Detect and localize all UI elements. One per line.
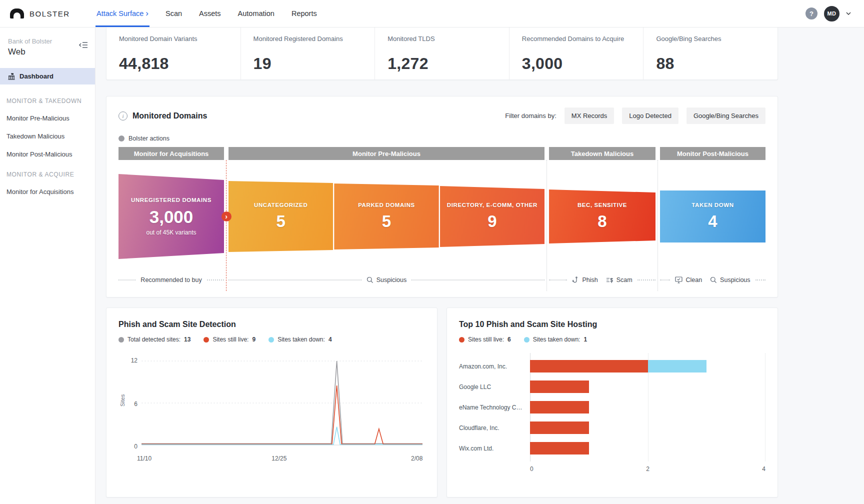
filter-logo-detected-button[interactable]: Logo Detected: [622, 108, 678, 124]
funnel-footnote-pre-malicious: Suspicious: [228, 269, 544, 291]
bar-row-ename: eName Technology Co....: [459, 397, 766, 418]
nav-reports[interactable]: Reports: [292, 0, 317, 27]
legend-dot: [204, 337, 209, 342]
legend-dot: [459, 337, 464, 342]
bar-chart: Amazon.com, Inc. Google LLC eName Techno…: [459, 356, 766, 474]
funnel-segment-unregistered-domains[interactable]: UNREGISTERED DOMAINS 3,000 out of 45K va…: [118, 169, 224, 269]
info-icon[interactable]: i: [118, 112, 128, 120]
bar-row-google: Google LLC: [459, 376, 766, 397]
funnel-footnote-post-malicious: Clean Suspicious: [660, 269, 766, 291]
stage-header-takedown-malicious: Takedown Malicious: [549, 147, 656, 160]
filter-label: Filter domains by:: [505, 112, 556, 120]
stats-panel: Monitored Domain Variants 44,818 Monitor…: [106, 28, 778, 80]
brand: BOLSTER: [0, 0, 96, 27]
org-name: Bank of Bolster: [8, 38, 52, 45]
line-chart-legend: Total detected sites: 13 Sites still liv…: [118, 336, 425, 343]
legend-total-detected: Total detected sites: 13: [118, 336, 190, 343]
funnel-flow-arrow-button[interactable]: ›: [222, 212, 232, 222]
bar-sites-taken-down[interactable]: [648, 360, 707, 372]
bar-sites-still-live[interactable]: [530, 360, 648, 372]
sidebar-item-dashboard[interactable]: Dashboard: [0, 68, 95, 84]
top-hosting-card: Top 10 Phish and Scam Site Hosting Sites…: [446, 308, 778, 498]
funnel-divider: [544, 160, 549, 291]
workspace-switcher: Bank of Bolster Web: [0, 38, 95, 57]
nav-attack-surface[interactable]: Attack Surface ›: [96, 0, 148, 27]
sidebar: Bank of Bolster Web Dashboard MONITOR & …: [0, 28, 96, 504]
bar-row-amazon: Amazon.com, Inc.: [459, 356, 766, 376]
nav-right: ? MD: [806, 0, 864, 27]
sidebar-section-monitor-takedown: MONITOR & TAKEDOWN: [0, 98, 95, 104]
sidebar-item-monitor-pre-malicious[interactable]: Monitor Pre-Malicious: [0, 114, 95, 122]
user-avatar[interactable]: MD: [824, 6, 840, 22]
x-axis: 11/10 12/25 2/08: [142, 453, 422, 464]
stage-header-monitor-post-malicious: Monitor Post-Malicious: [660, 147, 766, 160]
magnifier-icon: [366, 276, 374, 284]
main-nav: Attack Surface › Scan Assets Automation …: [96, 0, 317, 27]
monitored-domains-panel: i Monitored Domains Filter domains by: M…: [106, 96, 778, 298]
panel-title: Monitored Domains: [132, 112, 207, 120]
chevron-down-icon[interactable]: [846, 11, 851, 16]
monitor-check-icon: [675, 276, 682, 284]
filter-google-bing-button[interactable]: Google/Bing Searches: [686, 108, 766, 124]
stat-google-bing-searches: Google/Bing Searches 88: [643, 28, 778, 80]
x-axis: 0 2 4: [530, 464, 766, 474]
magnifier-icon: [710, 276, 717, 284]
bar-chart-legend: Sites still live: 6 Sites taken down: 1: [459, 336, 766, 343]
brand-name: BOLSTER: [30, 10, 70, 18]
funnel-divider-red: ›: [224, 160, 228, 291]
sidebar-item-monitor-for-acquisitions[interactable]: Monitor for Acquisitions: [0, 188, 95, 196]
stat-monitored-tlds: Monitored TLDS 1,272: [374, 28, 509, 80]
chart-title: Top 10 Phish and Scam Site Hosting: [459, 320, 766, 329]
legend-dot: [268, 337, 274, 342]
bar-sites-still-live[interactable]: [530, 380, 589, 393]
workspace-name[interactable]: Web: [8, 47, 52, 57]
sidebar-section-monitor-acquire: MONITOR & ACQUIRE: [0, 171, 95, 178]
stat-monitored-domain-variants: Monitored Domain Variants 44,818: [106, 28, 240, 80]
y-axis-title: Sites: [120, 394, 126, 406]
phish-scam-detection-card: Phish and Scam Site Detection Total dete…: [106, 308, 438, 498]
bar-sites-still-live[interactable]: [530, 401, 589, 414]
sidebar-item-label: Dashboard: [20, 72, 54, 80]
bar-sites-still-live[interactable]: [530, 442, 589, 454]
legend-sites-still-live: Sites still live: 6: [459, 336, 511, 343]
nav-attack-surface-label: Attack Surface: [96, 10, 144, 18]
funnel-segment-directory-ecomm-other[interactable]: DIRECTORY, E-COMM, OTHER 9: [440, 169, 544, 269]
sidebar-collapse-icon[interactable]: [79, 42, 88, 48]
funnel-segment-parked-domains[interactable]: PARKED DOMAINS 5: [334, 169, 438, 269]
nav-scan[interactable]: Scan: [166, 0, 182, 27]
funnel-segment-taken-down[interactable]: TAKEN DOWN 4: [660, 190, 766, 242]
line-chart-plot: [142, 358, 422, 449]
bar-row-cloudflare: Cloudflare, Inc.: [459, 418, 766, 438]
sidebar-item-takedown-malicious[interactable]: Takedown Malicious: [0, 132, 95, 140]
bolster-logo: [10, 8, 24, 18]
bar-sites-still-live[interactable]: [530, 422, 589, 434]
legend-dot: [118, 136, 124, 142]
sidebar-item-monitor-post-malicious[interactable]: Monitor Post-Malicious: [0, 150, 95, 158]
chevron-right-icon: ›: [146, 9, 148, 18]
stat-monitored-registered-domains: Monitored Registered Domains 19: [240, 28, 375, 80]
bolster-actions-legend: Bolster actions: [118, 135, 766, 142]
phish-hook-icon: [572, 276, 579, 284]
funnel-segment-uncategorized[interactable]: UNCATEGORIZED 5: [228, 169, 333, 269]
scam-icon: [606, 276, 614, 284]
bar-row-wix: Wix.com Ltd.: [459, 438, 766, 458]
stage-header-monitor-pre-malicious: Monitor Pre-Malicious: [228, 147, 544, 160]
help-button[interactable]: ?: [806, 8, 818, 20]
domain-funnel: Monitor for Acquisitions Monitor Pre-Mal…: [118, 147, 766, 291]
main-content: Monitored Domain Variants 44,818 Monitor…: [96, 28, 864, 504]
nav-automation[interactable]: Automation: [238, 0, 274, 27]
chart-title: Phish and Scam Site Detection: [118, 320, 425, 329]
filter-mx-records-button[interactable]: MX Records: [564, 108, 614, 124]
nav-assets[interactable]: Assets: [199, 0, 221, 27]
top-nav: BOLSTER Attack Surface › Scan Assets Aut…: [0, 0, 864, 28]
funnel-footnote-acquisitions: Recommended to buy: [118, 269, 224, 291]
line-chart[interactable]: Sites 12 6 0: [118, 358, 425, 449]
funnel-segment-bec-sensitive[interactable]: BEC, SENSITIVE 8: [549, 169, 656, 269]
dashboard-bank-icon: [8, 73, 15, 80]
legend-sites-taken-down: Sites taken down: 1: [524, 336, 587, 343]
stage-header-monitor-for-acquisitions: Monitor for Acquisitions: [118, 147, 224, 160]
funnel-footnote-takedown: Phish Scam: [549, 269, 656, 291]
legend-sites-taken-down: Sites taken down: 4: [268, 336, 332, 343]
y-axis: Sites 12 6 0: [118, 358, 142, 449]
stat-recommended-domains-to-acquire: Recommended Domains to Acquire 3,000: [509, 28, 644, 80]
